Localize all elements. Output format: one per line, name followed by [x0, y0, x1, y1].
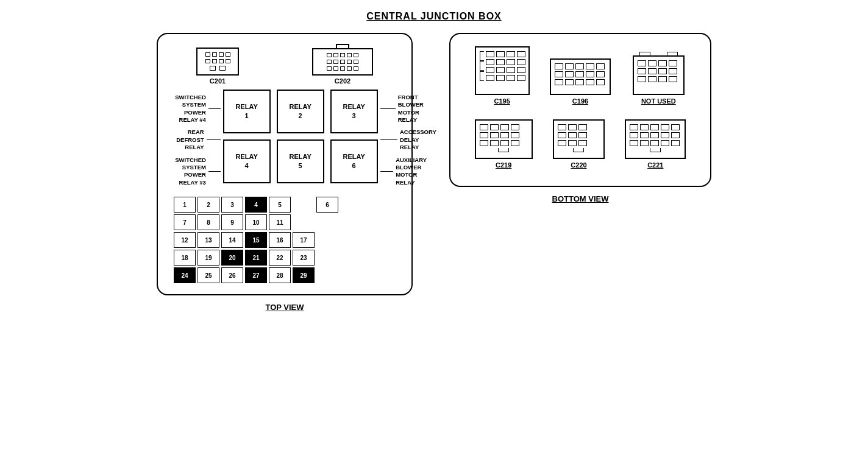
connectors-row-1: C195 — [468, 46, 693, 105]
fuse-grid: 1 2 3 4 5 6 7 8 9 10 11 1 — [169, 197, 400, 283]
c221-box — [625, 119, 686, 159]
pin — [517, 59, 525, 65]
tab-bottom — [498, 148, 509, 152]
c195-label: C195 — [494, 97, 510, 105]
tab-bottom — [650, 148, 661, 152]
pin — [671, 124, 680, 130]
pin — [219, 66, 226, 71]
label-line — [208, 171, 221, 172]
pin — [205, 52, 210, 57]
pin — [486, 51, 494, 57]
relays-row-2: RELAY4 RELAY5 RELAY6 — [223, 139, 378, 183]
pin — [575, 63, 584, 69]
fuse-1: 1 — [174, 197, 196, 213]
top-view-label: TOP VIEW — [265, 303, 304, 312]
pin — [671, 132, 680, 138]
pin — [490, 140, 499, 146]
pin — [486, 75, 494, 81]
pin — [354, 66, 358, 71]
c219-pins — [480, 124, 528, 146]
pin — [226, 52, 230, 57]
pin — [212, 59, 217, 63]
page-title: CENTRAL JUNCTION BOX — [366, 11, 502, 22]
pin — [638, 68, 646, 74]
pin — [565, 79, 574, 85]
tab-left — [480, 61, 484, 71]
relay-4: RELAY4 — [223, 139, 271, 183]
fuse-18: 18 — [174, 250, 196, 266]
fuse-10: 10 — [245, 214, 267, 230]
fuse-29: 29 — [293, 267, 315, 283]
pin — [486, 59, 494, 65]
pin — [517, 67, 525, 73]
fuse-28: 28 — [269, 267, 291, 283]
pin — [210, 66, 216, 71]
label-line — [207, 139, 221, 140]
connector-c219: C219 — [475, 119, 533, 169]
pin — [496, 51, 505, 57]
pin — [205, 59, 210, 63]
fuse-2: 2 — [197, 197, 219, 213]
connector-c202: C202 — [312, 44, 373, 85]
label-line — [380, 171, 393, 172]
pin — [340, 53, 345, 57]
fuse-16: 16 — [269, 232, 291, 248]
pin — [578, 140, 587, 146]
fuse-5: 5 — [269, 197, 291, 213]
pin — [496, 75, 505, 81]
fuse-23: 23 — [293, 250, 315, 266]
pin — [648, 60, 656, 66]
fuse-row-4: 18 19 20 21 22 23 — [174, 250, 400, 266]
pin — [500, 124, 509, 130]
pin — [586, 79, 594, 85]
tab-left — [480, 51, 484, 61]
relay-6: RELAY6 — [330, 139, 378, 183]
c220-box — [553, 119, 605, 159]
pin — [568, 132, 577, 138]
pin — [640, 140, 649, 146]
pin — [558, 124, 566, 130]
connectors-row: C201 — [169, 44, 400, 85]
pin — [507, 59, 515, 65]
pin — [219, 52, 224, 57]
fuse-26: 26 — [221, 267, 243, 283]
top-view-box: C201 — [157, 33, 413, 295]
connector-c220: C220 — [553, 119, 605, 169]
pin — [555, 71, 563, 77]
pin — [638, 76, 646, 82]
pin — [333, 53, 338, 57]
c219-box — [475, 119, 533, 159]
pin — [650, 124, 659, 130]
tab-left — [480, 71, 484, 81]
pin — [347, 66, 352, 71]
pin — [555, 79, 563, 85]
fuse-7: 7 — [174, 214, 196, 230]
pin — [347, 53, 352, 57]
tab-bottom — [573, 148, 584, 152]
fuse-14: 14 — [221, 232, 243, 248]
label-switched-system-4: SWITCHED SYSTEMPOWER RELAY #4 — [169, 94, 221, 124]
pin — [648, 76, 656, 82]
not-used-box — [633, 55, 685, 95]
pin — [630, 124, 638, 130]
c196-box — [550, 58, 611, 95]
pin — [658, 68, 667, 74]
pin — [500, 140, 509, 146]
pin — [340, 60, 345, 64]
relay-2: RELAY2 — [277, 90, 324, 133]
pin — [630, 132, 638, 138]
pin — [511, 140, 519, 146]
not-used-label: NOT USED — [641, 97, 676, 105]
left-labels: SWITCHED SYSTEMPOWER RELAY #4 REAR DEFRO… — [169, 91, 223, 189]
fuse-22: 22 — [269, 250, 291, 266]
pin — [671, 140, 680, 146]
pin — [596, 63, 605, 69]
pin — [480, 124, 488, 130]
pin — [347, 60, 352, 64]
pin — [661, 124, 669, 130]
relays-section: RELAY1 RELAY2 RELAY3 RELAY4 RELAY5 RELAY… — [223, 90, 378, 183]
pin — [669, 60, 677, 66]
pin — [575, 79, 584, 85]
pin — [490, 132, 499, 138]
fuse-3: 3 — [221, 197, 243, 213]
